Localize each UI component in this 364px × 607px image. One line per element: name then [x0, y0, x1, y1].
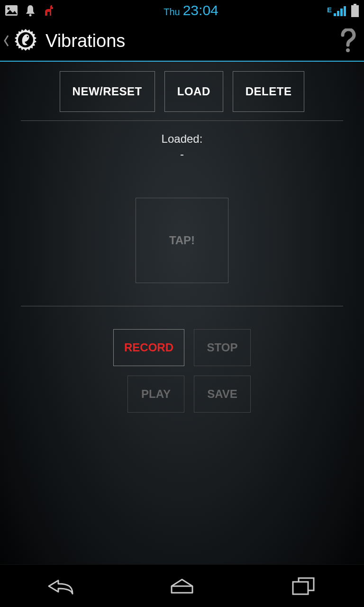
svg-point-1 [8, 8, 10, 10]
status-day: Thu [164, 7, 180, 18]
status-right: E [327, 4, 359, 17]
content-area: NEW/RESET LOAD DELETE Loaded: - TAP! REC… [0, 62, 364, 564]
help-icon[interactable] [337, 27, 358, 55]
bell-icon [25, 4, 36, 17]
loaded-value: - [180, 147, 184, 161]
status-bar: Thu 23:04 E [0, 0, 364, 21]
new-reset-button[interactable]: NEW/RESET [60, 71, 155, 112]
load-button[interactable]: LOAD [164, 71, 223, 112]
divider [21, 120, 343, 121]
back-chevron-icon[interactable] [2, 34, 10, 47]
svg-point-11 [346, 48, 350, 52]
svg-rect-6 [344, 6, 346, 16]
record-button[interactable]: RECORD [113, 329, 184, 366]
loaded-label: Loaded: [162, 132, 203, 146]
nav-recent-button[interactable] [275, 572, 332, 600]
signal-icon [334, 5, 347, 16]
divider [21, 306, 343, 306]
svg-rect-4 [337, 11, 339, 16]
navigation-bar [0, 564, 364, 607]
tap-button[interactable]: TAP! [136, 198, 228, 283]
svg-rect-5 [340, 9, 343, 16]
svg-rect-8 [351, 5, 359, 17]
nav-back-button[interactable] [32, 572, 89, 600]
picture-icon [5, 5, 18, 16]
svg-point-2 [29, 14, 32, 17]
network-type-label: E [327, 6, 332, 14]
action-bar: Vibrations [0, 21, 364, 62]
save-button[interactable]: SAVE [194, 376, 251, 413]
status-time: 23:04 [183, 2, 218, 18]
llama-icon [43, 4, 55, 17]
svg-point-10 [27, 36, 28, 37]
nav-home-button[interactable] [154, 572, 210, 600]
status-clock: Thu 23:04 [164, 2, 218, 18]
status-left [5, 4, 55, 17]
svg-rect-3 [334, 13, 336, 16]
app-icon[interactable] [11, 27, 40, 55]
svg-rect-13 [293, 582, 308, 594]
top-button-row: NEW/RESET LOAD DELETE [21, 71, 343, 112]
stop-button[interactable]: STOP [194, 329, 251, 366]
svg-rect-7 [354, 4, 356, 5]
play-button[interactable]: PLAY [127, 376, 184, 413]
page-title: Vibrations [46, 31, 337, 51]
delete-button[interactable]: DELETE [233, 71, 305, 112]
battery-icon [351, 4, 359, 17]
control-grid: RECORD STOP PLAY SAVE [113, 329, 251, 413]
